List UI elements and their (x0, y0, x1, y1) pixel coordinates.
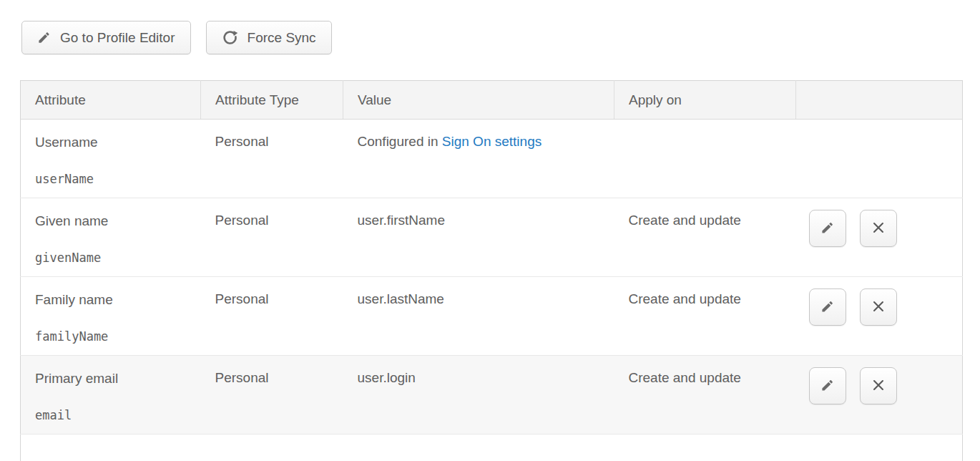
remove-attribute-button[interactable] (860, 210, 897, 247)
remove-attribute-button[interactable] (860, 367, 897, 404)
pencil-icon (818, 376, 837, 397)
table-row-partial (21, 435, 963, 461)
attribute-label: Username (35, 134, 201, 151)
attribute-type-cell: Personal (201, 356, 343, 435)
go-to-profile-editor-button[interactable]: Go to Profile Editor (21, 21, 191, 54)
actions-cell (796, 120, 963, 198)
force-sync-button[interactable]: Force Sync (206, 21, 332, 54)
attribute-label: Given name (35, 213, 201, 230)
table-row-family-name: Family name familyName Personal user.las… (21, 277, 963, 356)
attribute-type-cell: Personal (201, 198, 343, 277)
pencil-icon (37, 31, 51, 44)
edit-attribute-button[interactable] (809, 367, 846, 404)
pencil-icon (818, 218, 837, 239)
attribute-type-cell: Personal (201, 277, 343, 356)
apply-on-cell: Create and update (614, 356, 796, 435)
edit-attribute-button[interactable] (809, 210, 846, 247)
x-icon (869, 376, 888, 397)
apply-on-cell: Create and update (614, 277, 796, 356)
header-apply-on: Apply on (614, 81, 796, 120)
attribute-type-cell: Personal (201, 120, 343, 198)
header-value: Value (343, 81, 614, 120)
actions-cell (796, 198, 963, 277)
pencil-icon (818, 297, 837, 318)
header-attribute: Attribute (21, 81, 201, 120)
attribute-label: Family name (35, 291, 201, 309)
attribute-mappings-table: Attribute Attribute Type Value Apply on … (20, 80, 963, 461)
attribute-label: Primary email (35, 370, 201, 387)
x-icon (869, 218, 888, 239)
force-sync-label: Force Sync (248, 30, 316, 46)
value-cell: user.firstName (343, 198, 614, 277)
attribute-variable: userName (35, 172, 201, 186)
table-row-username: Username userName Personal Configured in… (21, 120, 963, 198)
value-cell: Configured in Sign On settings (343, 120, 614, 198)
apply-on-cell (614, 120, 796, 198)
remove-attribute-button[interactable] (860, 288, 897, 326)
value-cell: user.login (343, 356, 614, 435)
value-cell: user.lastName (343, 277, 614, 356)
table-header: Attribute Attribute Type Value Apply on (21, 81, 963, 120)
header-attribute-type: Attribute Type (201, 81, 343, 120)
refresh-icon (222, 29, 238, 46)
actions-cell (796, 277, 963, 356)
toolbar: Go to Profile Editor Force Sync (0, 0, 980, 54)
table-row-given-name: Given name givenName Personal user.first… (21, 198, 963, 277)
edit-attribute-button[interactable] (809, 288, 846, 326)
go-to-profile-editor-label: Go to Profile Editor (60, 30, 175, 46)
header-actions (796, 81, 963, 120)
apply-on-cell: Create and update (614, 198, 796, 277)
attribute-variable: email (35, 408, 201, 422)
sign-on-settings-link[interactable]: Sign On settings (442, 134, 542, 149)
actions-cell (796, 356, 963, 435)
attribute-variable: givenName (35, 251, 201, 265)
value-text: Configured in (358, 134, 442, 149)
attribute-variable: familyName (35, 329, 201, 344)
table-row-primary-email: Primary email email Personal user.login … (21, 356, 963, 435)
x-icon (869, 297, 888, 318)
